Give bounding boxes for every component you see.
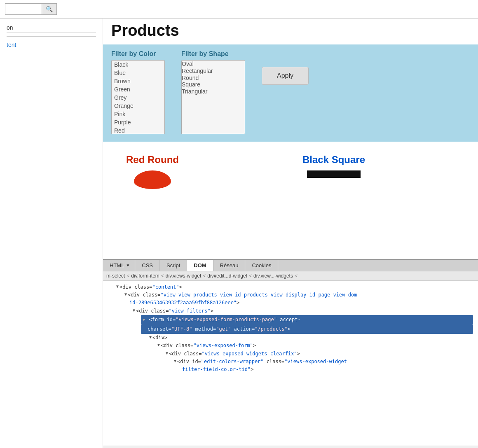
color-option-pink[interactable]: Pink	[112, 110, 164, 118]
shape-option-rectangular[interactable]: Rectangular	[182, 68, 245, 75]
product-list: Red Round Black Square	[103, 142, 478, 196]
product-item-red-round: Red Round	[111, 154, 194, 189]
code-line-2b: id-289e653463932f2aaa59fbf88a126eee">	[108, 299, 473, 307]
tab-css[interactable]: CSS	[135, 260, 160, 271]
content-area: Products Filter by Color Black Blue Brow…	[103, 19, 478, 448]
collapse-triangle-3[interactable]: ▼	[133, 307, 135, 314]
product-shape-black-square	[307, 170, 361, 178]
color-option-brown[interactable]: Brown	[112, 77, 164, 85]
code-line-5: ▼ <div>	[108, 334, 473, 342]
product-item-black-square: Black Square	[293, 154, 375, 178]
shape-option-round[interactable]: Round	[182, 75, 245, 82]
devtools-tabs: HTML ▼ CSS Script DOM Réseau Cookies	[103, 260, 478, 271]
code-line-7: ▼ <div class="views-exposed-widgets clea…	[108, 350, 473, 358]
collapse-triangle-4[interactable]: ▼	[143, 317, 145, 323]
sidebar-link[interactable]: tent	[7, 40, 96, 50]
color-filter-group: Filter by Color Black Blue Brown Green G…	[111, 50, 165, 134]
color-option-green[interactable]: Green	[112, 85, 164, 93]
code-line-1: ▼ <div class="content">	[108, 283, 473, 291]
code-line-4: ▼ <form id="views-exposed-form-products-…	[108, 315, 473, 334]
product-title-black-square: Black Square	[302, 154, 365, 166]
shape-filter-label: Filter by Shape	[181, 50, 245, 58]
code-line-6: ▼ <div class="views-exposed-form">	[108, 342, 473, 350]
collapse-triangle-2[interactable]: ▼	[124, 291, 127, 298]
color-option-grey[interactable]: Grey	[112, 93, 164, 102]
product-shape-red-round	[134, 170, 171, 189]
shape-option-oval[interactable]: Oval	[182, 61, 245, 68]
color-option-purple[interactable]: Purple	[112, 118, 164, 126]
search-button[interactable]: 🔍	[42, 3, 57, 15]
collapse-triangle-8[interactable]: ▼	[174, 358, 176, 364]
shape-filter-listbox[interactable]: Oval Rectangular Round Square Triangular	[181, 60, 245, 134]
top-bar: 🔍	[0, 0, 478, 19]
shape-option-square[interactable]: Square	[182, 81, 245, 88]
collapse-triangle-1[interactable]: ▼	[116, 283, 119, 290]
tab-dom[interactable]: DOM	[187, 259, 213, 271]
breadcrumb-item-1[interactable]: m-select	[106, 273, 125, 279]
code-line-8b: filter-field-color-tid">	[108, 366, 473, 373]
color-option-blue[interactable]: Blue	[112, 69, 164, 77]
page-title: Products	[103, 19, 478, 44]
color-filter-label: Filter by Color	[111, 50, 165, 58]
breadcrumb-item-4[interactable]: div#edit...d-widget	[207, 273, 247, 279]
collapse-triangle-5[interactable]: ▼	[149, 334, 152, 341]
html-label: HTML	[110, 262, 124, 268]
search-input[interactable]	[5, 3, 42, 15]
code-line-3: ▼ <div class="view-filters">	[108, 307, 473, 315]
tab-script[interactable]: Script	[160, 260, 187, 271]
devtools-breadcrumb: m-select < div.form-item < div.views-wid…	[103, 271, 478, 281]
color-option-orange[interactable]: Orange	[112, 102, 164, 110]
color-option-red[interactable]: Red	[112, 126, 164, 134]
product-title-red-round: Red Round	[126, 154, 179, 166]
tab-cookies[interactable]: Cookies	[245, 260, 278, 271]
shape-filter-group: Filter by Shape Oval Rectangular Round S…	[181, 50, 245, 134]
search-icon: 🔍	[46, 6, 53, 12]
collapse-triangle-7[interactable]: ▼	[166, 350, 168, 357]
sidebar: on tent	[0, 19, 103, 448]
apply-button[interactable]: Apply	[262, 67, 309, 85]
collapse-triangle-6[interactable]: ▼	[157, 342, 160, 348]
chevron-down-icon: ▼	[126, 263, 130, 268]
devtools-code-area: ▼ <div class="content"> ▼ <div class="vi…	[103, 281, 478, 446]
color-option-black[interactable]: Black	[112, 61, 164, 69]
main-layout: on tent Products Filter by Color Black B…	[0, 19, 478, 448]
filter-section: Filter by Color Black Blue Brown Green G…	[103, 44, 478, 142]
breadcrumb-item-3[interactable]: div.views-widget	[166, 273, 201, 279]
breadcrumb-item-5[interactable]: div.view...-widgets	[253, 273, 293, 279]
sidebar-nav-item: on	[7, 23, 96, 33]
code-line-2: ▼ <div class="view view-products view-id…	[108, 291, 473, 299]
devtools-panel: HTML ▼ CSS Script DOM Réseau Cookies m-s…	[103, 259, 478, 448]
tab-html[interactable]: HTML ▼	[105, 260, 135, 271]
color-filter-listbox[interactable]: Black Blue Brown Green Grey Orange Pink …	[111, 60, 165, 134]
shape-option-triangular[interactable]: Triangular	[182, 88, 245, 95]
code-line-8: ▼ <div id="edit-colors-wrapper" class="v…	[108, 358, 473, 366]
tab-reseau[interactable]: Réseau	[213, 260, 246, 271]
breadcrumb-item-2[interactable]: div.form-item	[131, 273, 159, 279]
